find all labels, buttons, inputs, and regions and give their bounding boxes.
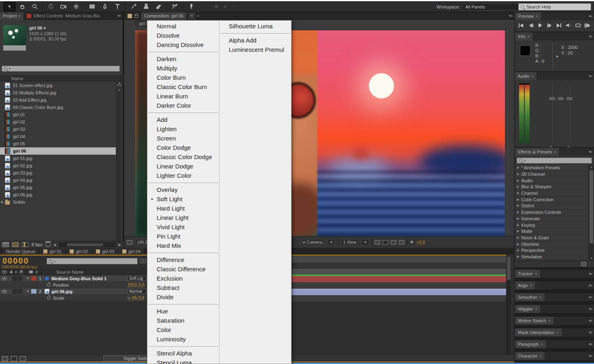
- tab-project[interactable]: Project×: [0, 12, 23, 20]
- exposure-icon[interactable]: ✶: [410, 239, 414, 245]
- left-level-slider[interactable]: [549, 97, 555, 100]
- panel-menu-icon[interactable]: ▾≡: [507, 14, 514, 18]
- source-name-header[interactable]: Source Name: [56, 270, 83, 275]
- current-timecode[interactable]: 00000: [2, 256, 29, 266]
- tab-audio[interactable]: Audio×: [515, 72, 537, 80]
- timeline-vscrollbar[interactable]: [506, 256, 511, 354]
- file-row[interactable]: girl 02: [0, 118, 116, 126]
- layer-label-swatch[interactable]: [31, 276, 36, 281]
- twirl-down-icon[interactable]: ▼: [26, 289, 30, 293]
- blend-mode-select[interactable]: Soft Lig: [128, 276, 147, 281]
- menu-item[interactable]: ● Linear Dodge: [147, 162, 219, 171]
- camera-dropdown-arrow-icon[interactable]: ▼: [327, 239, 335, 245]
- collapsed-panel-tab[interactable]: Tracker ×: [515, 270, 540, 278]
- menu-item[interactable]: ● Silhouette Luma: [219, 21, 291, 31]
- file-row[interactable]: girl 05: [0, 140, 116, 147]
- expand-caret-icon[interactable]: ▶: [517, 198, 519, 201]
- pan-behind-tool-icon[interactable]: [70, 2, 82, 11]
- effects-category[interactable]: ▶ Obsolete: [515, 241, 588, 247]
- panel-menu-icon[interactable]: ▾≡: [587, 74, 594, 78]
- menu-item[interactable]: ●: [147, 344, 219, 349]
- effects-category[interactable]: ▶ Keying: [515, 222, 588, 228]
- tab-composition[interactable]: Composition: girl 06: [141, 12, 186, 20]
- close-icon[interactable]: ×: [530, 283, 532, 288]
- expand-caret-icon[interactable]: ▶: [517, 230, 519, 233]
- expand-caret-icon[interactable]: ▶: [517, 243, 519, 246]
- effects-category[interactable]: ▶ Generate: [515, 216, 588, 222]
- expand-caret-icon[interactable]: ▶: [517, 217, 519, 220]
- property-name[interactable]: Position: [53, 283, 69, 287]
- delete-icon[interactable]: [46, 242, 50, 247]
- file-row[interactable]: Solids: [0, 198, 116, 206]
- timeline-tab[interactable]: girl 02: [66, 248, 92, 255]
- audio-toggle[interactable]: [13, 276, 17, 281]
- effects-category[interactable]: ▶ Simulation: [515, 254, 588, 260]
- file-row[interactable]: girl 06: [0, 147, 116, 155]
- menu-item[interactable]: ● Stencil Alpha: [147, 349, 219, 358]
- clone-stamp-tool-icon[interactable]: [140, 2, 152, 11]
- close-icon[interactable]: ×: [531, 74, 534, 79]
- menu-item[interactable]: ● Exclusion: [147, 274, 219, 283]
- collapsed-panel-tab[interactable]: Wiggler ×: [515, 305, 540, 313]
- property-row-scale[interactable]: Scale ∞65.0,6: [0, 295, 147, 301]
- scale-value[interactable]: ∞65.0,6: [128, 295, 144, 300]
- last-frame-button[interactable]: [556, 22, 563, 28]
- panel-menu-icon[interactable]: ▾≡: [587, 342, 594, 346]
- hand-tool-icon[interactable]: [16, 2, 28, 11]
- right-level-slider[interactable]: [566, 97, 573, 100]
- property-name[interactable]: Scale: [53, 296, 64, 300]
- zoom-tool-icon[interactable]: [29, 2, 40, 11]
- play-button[interactable]: [537, 22, 544, 28]
- menu-item[interactable]: ● Color Burn: [147, 73, 219, 82]
- expand-caret-icon[interactable]: ▶: [517, 211, 519, 214]
- effects-category[interactable]: ▶ Perspective: [515, 247, 588, 254]
- expand-caret-icon[interactable]: ▶: [517, 185, 519, 188]
- project-hscrollbar[interactable]: [59, 243, 115, 247]
- collapsed-panel-tab[interactable]: Mask Interpolation ×: [515, 328, 562, 336]
- solo-toggle[interactable]: [18, 276, 22, 281]
- first-frame-button[interactable]: [517, 22, 525, 28]
- expand-caret-icon[interactable]: ▶: [517, 192, 519, 195]
- effects-category[interactable]: ▶ Color Correction: [515, 196, 588, 203]
- effects-category[interactable]: ▶ Audio: [515, 177, 588, 184]
- menu-item[interactable]: ● Subtract: [147, 283, 219, 292]
- previous-frame-button[interactable]: [527, 22, 535, 28]
- close-icon[interactable]: ×: [197, 14, 199, 18]
- solo-toggle[interactable]: [18, 289, 22, 294]
- expand-caret-icon[interactable]: ▶: [517, 236, 519, 239]
- selection-tool-icon[interactable]: [4, 2, 15, 11]
- layer-row-2[interactable]: ▼ 2 girl 06.jpg Normal: [0, 288, 147, 295]
- menu-item[interactable]: ● Color: [147, 325, 219, 334]
- twirl-down-icon[interactable]: ▼: [26, 277, 30, 280]
- menu-item[interactable]: ● Hard Light: [147, 204, 219, 213]
- lock-column-icon[interactable]: [20, 271, 23, 273]
- panel-menu-icon[interactable]: ▾≡: [587, 283, 594, 287]
- stopwatch-icon[interactable]: [47, 296, 51, 300]
- folder-caret-icon[interactable]: [0, 200, 5, 204]
- panel-menu-icon[interactable]: ▾≡: [587, 14, 594, 18]
- file-row[interactable]: girl 05.jpg: [0, 184, 116, 191]
- menu-item[interactable]: ● Luminescent Premul: [219, 45, 291, 54]
- audio-mute-button[interactable]: [565, 22, 573, 28]
- close-icon[interactable]: ×: [548, 319, 551, 323]
- menu-item[interactable]: ● Hue: [147, 307, 219, 316]
- close-icon[interactable]: ×: [18, 14, 21, 18]
- view-dropdown-arrow-icon[interactable]: ▼: [361, 239, 369, 245]
- tab-preview[interactable]: Preview×: [515, 12, 541, 20]
- close-icon[interactable]: ×: [541, 342, 543, 347]
- menu-item[interactable]: ●: [219, 31, 291, 36]
- collapsed-panel-tab[interactable]: Character ×: [515, 352, 545, 360]
- puppet-pin-tool-icon[interactable]: [185, 2, 197, 11]
- menu-item[interactable]: ● Classic Difference: [147, 264, 219, 274]
- panel-menu-icon[interactable]: ▾≡: [587, 150, 594, 154]
- menu-item[interactable]: ● Dissolve: [147, 31, 219, 40]
- menu-item[interactable]: ● Linear Burn: [147, 92, 219, 101]
- panel-menu-icon[interactable]: ▾≡: [587, 295, 594, 299]
- constrain-proportions-icon[interactable]: ∞: [128, 295, 131, 300]
- new-animation-preset-icon[interactable]: [581, 262, 586, 266]
- camera-select[interactable]: e Camera: [300, 239, 325, 245]
- effects-category[interactable]: ▶ Noise & Grain: [515, 235, 588, 241]
- new-folder-icon[interactable]: [12, 242, 19, 247]
- scroll-right-icon[interactable]: ▶: [119, 243, 121, 247]
- flowchart-icon[interactable]: [117, 83, 121, 86]
